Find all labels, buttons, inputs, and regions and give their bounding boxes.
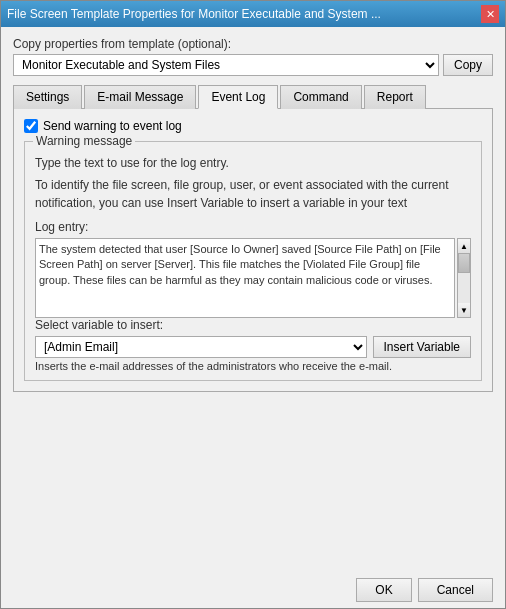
cancel-button[interactable]: Cancel <box>418 578 493 602</box>
scrollbar: ▲ ▼ <box>457 238 471 318</box>
log-entry-label: Log entry: <box>35 220 471 234</box>
warning-group: Warning message Type the text to use for… <box>24 141 482 381</box>
insert-description: Inserts the e-mail addresses of the admi… <box>35 360 471 372</box>
tab-report[interactable]: Report <box>364 85 426 109</box>
copy-row: Monitor Executable and System Files Copy <box>13 54 493 76</box>
description-line1: Type the text to use for the log entry. <box>35 154 471 172</box>
main-window: File Screen Template Properties for Moni… <box>0 0 506 609</box>
ok-button[interactable]: OK <box>356 578 411 602</box>
title-bar: File Screen Template Properties for Moni… <box>1 1 505 27</box>
select-variable-label: Select variable to insert: <box>35 318 471 332</box>
window-title: File Screen Template Properties for Moni… <box>7 7 381 21</box>
scrollbar-track <box>458 253 470 303</box>
warning-group-title: Warning message <box>33 134 135 148</box>
scrollbar-thumb[interactable] <box>458 253 470 273</box>
send-warning-row: Send warning to event log <box>24 119 482 133</box>
insert-variable-button[interactable]: Insert Variable <box>373 336 471 358</box>
tab-container: Settings E-mail Message Event Log Comman… <box>13 84 493 392</box>
scroll-down-button[interactable]: ▼ <box>458 303 470 317</box>
copy-select[interactable]: Monitor Executable and System Files <box>13 54 439 76</box>
send-warning-checkbox[interactable] <box>24 119 38 133</box>
tab-command[interactable]: Command <box>280 85 361 109</box>
log-textarea-wrapper: The system detected that user [Source Io… <box>35 238 471 318</box>
insert-row: [Admin Email] Insert Variable <box>35 336 471 358</box>
description-line2: To identify the file screen, file group,… <box>35 176 471 212</box>
log-entry-textarea[interactable]: The system detected that user [Source Io… <box>35 238 455 318</box>
tab-settings[interactable]: Settings <box>13 85 82 109</box>
close-button[interactable]: ✕ <box>481 5 499 23</box>
tab-panel-eventlog: Send warning to event log Warning messag… <box>13 109 493 392</box>
copy-button[interactable]: Copy <box>443 54 493 76</box>
tabs: Settings E-mail Message Event Log Comman… <box>13 84 493 109</box>
copy-section: Copy properties from template (optional)… <box>13 37 493 76</box>
bottom-buttons: OK Cancel <box>1 572 505 608</box>
copy-label: Copy properties from template (optional)… <box>13 37 493 51</box>
scroll-up-button[interactable]: ▲ <box>458 239 470 253</box>
variable-select[interactable]: [Admin Email] <box>35 336 367 358</box>
tab-email[interactable]: E-mail Message <box>84 85 196 109</box>
main-content: Copy properties from template (optional)… <box>1 27 505 572</box>
send-warning-label: Send warning to event log <box>43 119 182 133</box>
log-entry-section: Log entry: The system detected that user… <box>35 220 471 318</box>
tab-eventlog[interactable]: Event Log <box>198 85 278 109</box>
insert-section: Select variable to insert: [Admin Email]… <box>35 318 471 372</box>
